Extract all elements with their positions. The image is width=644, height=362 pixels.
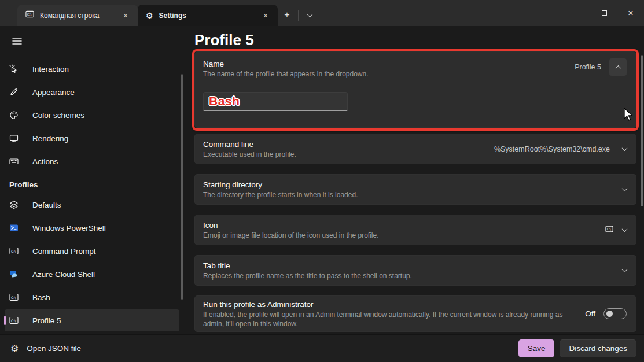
keyboard-icon [9, 157, 19, 166]
sidebar-item-label: Appearance [32, 88, 75, 97]
tab-title-setting-card[interactable]: Tab title Replaces the profile name as t… [194, 255, 636, 286]
sidebar-item-profile-5[interactable]: C:\ Profile 5 [5, 309, 179, 331]
profile-icon-preview: C:\ [605, 225, 613, 235]
sidebar-item-color-schemes[interactable]: Color schemes [5, 104, 179, 126]
chevron-down-icon [307, 12, 312, 17]
chevron-down-icon[interactable] [622, 186, 628, 191]
sidebar-scrollbar[interactable] [181, 74, 183, 300]
sidebar-item-label: Interaction [32, 65, 69, 73]
name-setting-card: Name The name of the profile that appear… [194, 51, 636, 128]
tab-label: Командная строка [40, 12, 119, 20]
sidebar-item-command-prompt[interactable]: C:\ Command Prompt [5, 240, 179, 262]
sidebar-item-defaults[interactable]: Defaults [5, 194, 179, 216]
collapse-name-button[interactable] [609, 58, 627, 76]
toggle-state-label: Off [585, 309, 595, 318]
setting-title: Name [203, 58, 369, 69]
setting-title: Starting directory [203, 179, 358, 190]
footer-bar: ⚙ Open JSON file Save Discard changes [0, 334, 644, 362]
setting-title: Icon [203, 220, 379, 231]
new-tab-button[interactable]: + [279, 7, 295, 23]
sidebar-item-interaction[interactable]: Interaction [5, 58, 179, 80]
svg-text:C:\: C:\ [11, 295, 16, 300]
tab-dropdown-button[interactable] [301, 7, 318, 23]
setting-current-value: %SystemRoot%\System32\cmd.exe [494, 145, 610, 153]
starting-directory-setting-card[interactable]: Starting directory The directory the pro… [194, 174, 636, 205]
sidebar-item-label: Profile 5 [32, 316, 61, 325]
svg-text:C:\: C:\ [27, 13, 32, 16]
sidebar-item-azure-cloud-shell[interactable]: Azure Cloud Shell [5, 263, 179, 285]
monitor-icon [9, 134, 19, 143]
tab-strip: C:\ Командная строка × ⚙ Settings × + [0, 0, 319, 26]
app-body: Interaction Appearance Color schemes Ren… [0, 26, 644, 334]
gear-icon: ⚙ [146, 11, 153, 20]
command-line-setting-card[interactable]: Command line Executable used in the prof… [194, 134, 636, 164]
maximize-icon [602, 10, 607, 16]
tab-command-prompt[interactable]: C:\ Командная строка × [17, 5, 138, 26]
minimize-icon [575, 13, 580, 13]
sidebar-item-label: Actions [32, 157, 58, 166]
maximize-button[interactable] [591, 0, 617, 26]
setting-description: Emoji or image file location of the icon… [203, 231, 379, 240]
chevron-down-icon[interactable] [622, 226, 628, 232]
chevron-down-icon[interactable] [622, 145, 628, 151]
setting-title: Run this profile as Administrator [203, 299, 571, 310]
icon-setting-card[interactable]: Icon Emoji or image file location of the… [194, 215, 636, 245]
azure-cloud-icon [9, 269, 19, 279]
sidebar-item-bash[interactable]: C:\ Bash [5, 286, 179, 308]
titlebar: C:\ Командная строка × ⚙ Settings × + × [0, 0, 644, 26]
close-window-button[interactable]: × [617, 0, 644, 26]
window-controls: × [564, 0, 644, 26]
cmd-window-icon: C:\ [9, 246, 19, 256]
hamburger-icon [12, 37, 22, 45]
pointer-interact-icon [9, 64, 19, 73]
admin-toggle-switch[interactable] [603, 308, 627, 319]
content-scrollbar[interactable] [641, 55, 643, 206]
setting-title: Command line [203, 139, 296, 150]
cmd-window-icon: C:\ [25, 10, 34, 21]
settings-content: Profile 5 Name The name of the profile t… [185, 26, 644, 334]
open-json-file-button[interactable]: ⚙ Open JSON file [10, 343, 81, 354]
gear-icon: ⚙ [10, 343, 19, 354]
setting-title: Tab title [203, 260, 412, 271]
setting-description: If enabled, the profile will open in an … [203, 310, 571, 328]
page-title: Profile 5 [194, 30, 636, 50]
sidebar-item-label: Rendering [32, 134, 68, 143]
sidebar-item-rendering[interactable]: Rendering [5, 127, 179, 149]
profiles-section-header: Profiles [9, 180, 185, 189]
toggle-knob [606, 311, 613, 317]
tab-label: Settings [159, 12, 259, 20]
tab-settings[interactable]: ⚙ Settings × [138, 5, 278, 26]
sidebar-item-windows-powershell[interactable]: Windows PowerShell [5, 217, 179, 239]
discard-changes-button[interactable]: Discard changes [560, 339, 636, 357]
hamburger-menu-button[interactable] [7, 32, 27, 50]
close-tab-icon[interactable]: × [119, 9, 132, 22]
setting-current-value: Profile 5 [575, 63, 601, 71]
sidebar-item-actions[interactable]: Actions [5, 150, 179, 172]
svg-text:C:\: C:\ [11, 319, 16, 323]
profile-name-input[interactable]: Bash [203, 92, 348, 111]
sidebar-item-label: Defaults [32, 201, 61, 209]
setting-description: Executable used in the profile. [203, 150, 296, 159]
sidebar-item-label: Command Prompt [32, 247, 96, 256]
sidebar-item-appearance[interactable]: Appearance [5, 81, 179, 103]
pencil-icon [9, 87, 19, 97]
save-button[interactable]: Save [518, 339, 555, 357]
typed-text-annotation: Bash [209, 94, 240, 108]
terminal-settings-window: C:\ Командная строка × ⚙ Settings × + × [0, 0, 644, 362]
close-tab-icon[interactable]: × [259, 9, 272, 22]
setting-description: The directory the profile starts in when… [203, 190, 358, 200]
setting-description: The name of the profile that appears in … [203, 69, 369, 79]
layers-icon [9, 200, 19, 209]
minimize-button[interactable] [564, 0, 591, 26]
sidebar-item-label: Bash [32, 293, 50, 302]
name-setting-wrap: Name The name of the profile that appear… [194, 51, 636, 128]
open-json-file-label: Open JSON file [27, 344, 81, 353]
powershell-icon [9, 223, 19, 232]
sidebar-item-label: Color schemes [32, 111, 84, 120]
palette-icon [9, 110, 19, 120]
run-as-admin-setting-card: Run this profile as Administrator If ena… [194, 295, 636, 332]
chevron-down-icon[interactable] [622, 267, 628, 272]
cmd-window-icon: C:\ [9, 293, 19, 302]
svg-text:C:\: C:\ [607, 227, 611, 231]
sidebar-item-label: Azure Cloud Shell [32, 270, 95, 279]
